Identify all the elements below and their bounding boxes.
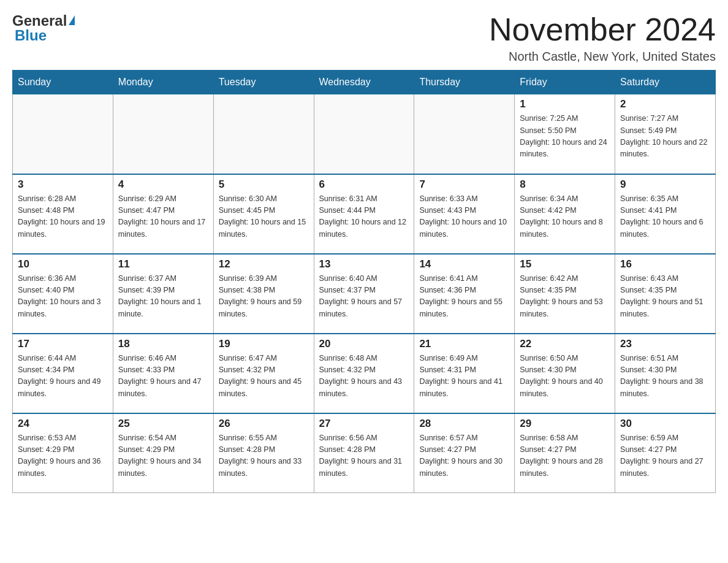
table-row: 15Sunrise: 6:42 AM Sunset: 4:35 PM Dayli… (515, 254, 615, 334)
table-row: 11Sunrise: 6:37 AM Sunset: 4:39 PM Dayli… (113, 254, 213, 334)
table-row: 24Sunrise: 6:53 AM Sunset: 4:29 PM Dayli… (13, 413, 113, 493)
logo-triangle-icon (69, 15, 75, 25)
day-info: Sunrise: 6:48 AM Sunset: 4:32 PM Dayligh… (319, 353, 409, 400)
day-number: 23 (620, 338, 710, 350)
title-block: November 2024 North Castle, New York, Un… (489, 12, 716, 64)
day-number: 19 (219, 338, 309, 350)
table-row: 27Sunrise: 6:56 AM Sunset: 4:28 PM Dayli… (314, 413, 414, 493)
table-row (213, 94, 314, 174)
day-info: Sunrise: 6:42 AM Sunset: 4:35 PM Dayligh… (520, 273, 610, 321)
table-row: 9Sunrise: 6:35 AM Sunset: 4:41 PM Daylig… (615, 174, 716, 254)
table-row: 2Sunrise: 7:27 AM Sunset: 5:49 PM Daylig… (615, 94, 716, 174)
col-wednesday: Wednesday (314, 71, 414, 94)
day-number: 22 (520, 338, 610, 350)
day-number: 29 (520, 418, 610, 430)
table-row: 16Sunrise: 6:43 AM Sunset: 4:35 PM Dayli… (615, 254, 716, 334)
day-number: 30 (620, 418, 710, 430)
table-row: 30Sunrise: 6:59 AM Sunset: 4:27 PM Dayli… (615, 413, 716, 493)
table-row: 25Sunrise: 6:54 AM Sunset: 4:29 PM Dayli… (113, 413, 213, 493)
table-row: 4Sunrise: 6:29 AM Sunset: 4:47 PM Daylig… (113, 174, 213, 254)
day-number: 17 (18, 338, 108, 350)
day-number: 12 (219, 258, 309, 270)
table-row: 5Sunrise: 6:30 AM Sunset: 4:45 PM Daylig… (213, 174, 314, 254)
month-title: November 2024 (489, 12, 716, 47)
table-row: 3Sunrise: 6:28 AM Sunset: 4:48 PM Daylig… (13, 174, 113, 254)
table-row: 17Sunrise: 6:44 AM Sunset: 4:34 PM Dayli… (13, 334, 113, 413)
table-row: 20Sunrise: 6:48 AM Sunset: 4:32 PM Dayli… (314, 334, 414, 413)
calendar-row: 17Sunrise: 6:44 AM Sunset: 4:34 PM Dayli… (13, 334, 716, 413)
day-info: Sunrise: 6:39 AM Sunset: 4:38 PM Dayligh… (219, 273, 309, 321)
calendar-table: Sunday Monday Tuesday Wednesday Thursday… (12, 70, 716, 493)
day-number: 13 (319, 258, 409, 270)
day-number: 16 (620, 258, 710, 270)
day-number: 18 (118, 338, 208, 350)
calendar-row: 24Sunrise: 6:53 AM Sunset: 4:29 PM Dayli… (13, 413, 716, 493)
day-info: Sunrise: 6:36 AM Sunset: 4:40 PM Dayligh… (18, 273, 108, 321)
col-saturday: Saturday (615, 71, 716, 94)
day-number: 9 (620, 178, 710, 191)
day-info: Sunrise: 6:50 AM Sunset: 4:30 PM Dayligh… (520, 353, 610, 400)
day-number: 4 (118, 178, 208, 191)
day-info: Sunrise: 6:34 AM Sunset: 4:42 PM Dayligh… (520, 193, 610, 241)
day-info: Sunrise: 6:29 AM Sunset: 4:47 PM Dayligh… (118, 193, 208, 241)
table-row: 1Sunrise: 7:25 AM Sunset: 5:50 PM Daylig… (515, 94, 615, 174)
day-info: Sunrise: 6:54 AM Sunset: 4:29 PM Dayligh… (118, 432, 208, 480)
day-number: 27 (319, 418, 409, 430)
table-row (314, 94, 414, 174)
table-row: 21Sunrise: 6:49 AM Sunset: 4:31 PM Dayli… (414, 334, 515, 413)
col-thursday: Thursday (414, 71, 515, 94)
day-info: Sunrise: 6:47 AM Sunset: 4:32 PM Dayligh… (219, 353, 309, 400)
day-info: Sunrise: 6:40 AM Sunset: 4:37 PM Dayligh… (319, 273, 409, 321)
logo: General Blue (12, 12, 75, 44)
table-row (414, 94, 515, 174)
page-header: General Blue November 2024 North Castle,… (12, 12, 716, 64)
table-row: 10Sunrise: 6:36 AM Sunset: 4:40 PM Dayli… (13, 254, 113, 334)
day-number: 20 (319, 338, 409, 350)
day-number: 8 (520, 178, 610, 191)
day-number: 5 (219, 178, 309, 191)
day-number: 15 (520, 258, 610, 270)
day-info: Sunrise: 6:43 AM Sunset: 4:35 PM Dayligh… (620, 273, 710, 321)
day-number: 25 (118, 418, 208, 430)
day-number: 6 (319, 178, 409, 191)
day-info: Sunrise: 6:59 AM Sunset: 4:27 PM Dayligh… (620, 432, 710, 480)
table-row: 7Sunrise: 6:33 AM Sunset: 4:43 PM Daylig… (414, 174, 515, 254)
day-info: Sunrise: 6:51 AM Sunset: 4:30 PM Dayligh… (620, 353, 710, 400)
day-number: 1 (520, 98, 610, 110)
table-row: 12Sunrise: 6:39 AM Sunset: 4:38 PM Dayli… (213, 254, 314, 334)
col-friday: Friday (515, 71, 615, 94)
day-info: Sunrise: 6:56 AM Sunset: 4:28 PM Dayligh… (319, 432, 409, 480)
day-info: Sunrise: 6:30 AM Sunset: 4:45 PM Dayligh… (219, 193, 309, 241)
table-row: 28Sunrise: 6:57 AM Sunset: 4:27 PM Dayli… (414, 413, 515, 493)
day-info: Sunrise: 7:27 AM Sunset: 5:49 PM Dayligh… (620, 113, 710, 161)
table-row: 14Sunrise: 6:41 AM Sunset: 4:36 PM Dayli… (414, 254, 515, 334)
day-number: 2 (620, 98, 710, 110)
day-number: 10 (18, 258, 108, 270)
day-info: Sunrise: 6:31 AM Sunset: 4:44 PM Dayligh… (319, 193, 409, 241)
day-info: Sunrise: 7:25 AM Sunset: 5:50 PM Dayligh… (520, 113, 610, 161)
col-monday: Monday (113, 71, 213, 94)
table-row: 26Sunrise: 6:55 AM Sunset: 4:28 PM Dayli… (213, 413, 314, 493)
calendar-row: 10Sunrise: 6:36 AM Sunset: 4:40 PM Dayli… (13, 254, 716, 334)
day-info: Sunrise: 6:57 AM Sunset: 4:27 PM Dayligh… (419, 432, 509, 480)
day-info: Sunrise: 6:35 AM Sunset: 4:41 PM Dayligh… (620, 193, 710, 241)
calendar-row: 1Sunrise: 7:25 AM Sunset: 5:50 PM Daylig… (13, 94, 716, 174)
day-info: Sunrise: 6:28 AM Sunset: 4:48 PM Dayligh… (18, 193, 108, 241)
table-row: 18Sunrise: 6:46 AM Sunset: 4:33 PM Dayli… (113, 334, 213, 413)
location-subtitle: North Castle, New York, United States (489, 50, 716, 64)
day-number: 24 (18, 418, 108, 430)
day-info: Sunrise: 6:33 AM Sunset: 4:43 PM Dayligh… (419, 193, 509, 241)
day-number: 3 (18, 178, 108, 191)
day-info: Sunrise: 6:44 AM Sunset: 4:34 PM Dayligh… (18, 353, 108, 400)
col-tuesday: Tuesday (213, 71, 314, 94)
day-info: Sunrise: 6:37 AM Sunset: 4:39 PM Dayligh… (118, 273, 208, 321)
calendar-header-row: Sunday Monday Tuesday Wednesday Thursday… (13, 71, 716, 94)
day-number: 26 (219, 418, 309, 430)
day-info: Sunrise: 6:49 AM Sunset: 4:31 PM Dayligh… (419, 353, 509, 400)
calendar-row: 3Sunrise: 6:28 AM Sunset: 4:48 PM Daylig… (13, 174, 716, 254)
table-row (13, 94, 113, 174)
table-row: 22Sunrise: 6:50 AM Sunset: 4:30 PM Dayli… (515, 334, 615, 413)
col-sunday: Sunday (13, 71, 113, 94)
table-row: 6Sunrise: 6:31 AM Sunset: 4:44 PM Daylig… (314, 174, 414, 254)
day-info: Sunrise: 6:41 AM Sunset: 4:36 PM Dayligh… (419, 273, 509, 321)
